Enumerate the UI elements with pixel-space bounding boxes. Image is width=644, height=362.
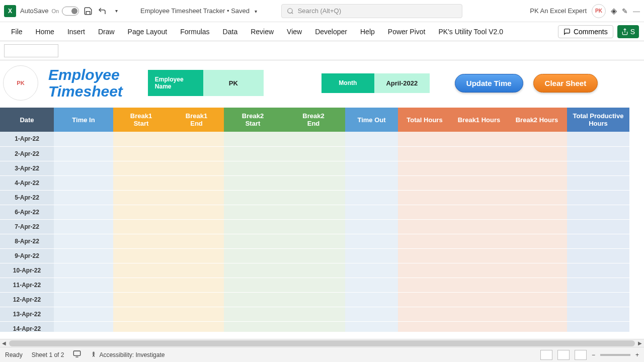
cell-timeout[interactable]	[345, 292, 398, 307]
cell-break2-start[interactable]	[224, 307, 282, 321]
document-title[interactable]: Employee Timesheet Tracker • Saved ▾	[140, 7, 257, 15]
cell-timein[interactable]	[54, 307, 113, 321]
cell-break1-start[interactable]	[113, 132, 169, 146]
update-time-button[interactable]: Update Time	[455, 74, 523, 93]
cell-total-hours[interactable]	[398, 190, 451, 205]
cell-break1-start[interactable]	[113, 146, 169, 161]
cell-timeout[interactable]	[345, 263, 398, 278]
cell-timein[interactable]	[54, 292, 113, 307]
cell-break2-end[interactable]	[282, 321, 345, 332]
tab-formulas[interactable]: Formulas	[174, 24, 215, 40]
cell-break2-start[interactable]	[224, 132, 282, 146]
cell-break1-start[interactable]	[113, 175, 169, 190]
cell-date[interactable]: 6-Apr-22	[0, 205, 54, 219]
cell-break1-end[interactable]	[169, 146, 224, 161]
cell-break2-hours[interactable]	[507, 161, 567, 175]
cell-timeout[interactable]	[345, 132, 398, 146]
cell-break1-start[interactable]	[113, 278, 169, 292]
comments-button[interactable]: Comments	[558, 25, 613, 38]
cell-timeout[interactable]	[345, 307, 398, 321]
cell-timein[interactable]	[54, 234, 113, 248]
cell-break2-start[interactable]	[224, 321, 282, 332]
cell-productive-hours[interactable]	[567, 175, 629, 190]
cell-timein[interactable]	[54, 219, 113, 234]
scroll-right-icon[interactable]: ▶	[636, 339, 644, 347]
cell-productive-hours[interactable]	[567, 307, 629, 321]
month-value[interactable]: April-2022	[374, 73, 430, 93]
cell-total-hours[interactable]	[398, 175, 451, 190]
cell-productive-hours[interactable]	[567, 132, 629, 146]
cell-break2-start[interactable]	[224, 263, 282, 278]
tab-data[interactable]: Data	[217, 24, 244, 40]
cell-date[interactable]: 4-Apr-22	[0, 175, 54, 190]
cell-break1-end[interactable]	[169, 263, 224, 278]
cell-break2-hours[interactable]	[507, 278, 567, 292]
cell-break2-end[interactable]	[282, 292, 345, 307]
cell-break1-hours[interactable]	[451, 175, 507, 190]
cell-total-hours[interactable]	[398, 248, 451, 263]
cell-break1-start[interactable]	[113, 219, 169, 234]
cell-total-hours[interactable]	[398, 321, 451, 332]
cell-break1-start[interactable]	[113, 161, 169, 175]
cell-break1-hours[interactable]	[451, 278, 507, 292]
chevron-down-icon[interactable]: ▾	[111, 6, 121, 16]
cell-break1-end[interactable]	[169, 219, 224, 234]
cell-break1-hours[interactable]	[451, 161, 507, 175]
cell-break2-start[interactable]	[224, 234, 282, 248]
cell-timein[interactable]	[54, 161, 113, 175]
cell-timein[interactable]	[54, 278, 113, 292]
clear-sheet-button[interactable]: Clear Sheet	[533, 74, 598, 93]
cell-break2-end[interactable]	[282, 263, 345, 278]
display-settings-icon[interactable]	[73, 350, 81, 359]
cell-total-hours[interactable]	[398, 263, 451, 278]
cell-break2-start[interactable]	[224, 248, 282, 263]
cell-break1-hours[interactable]	[451, 321, 507, 332]
cell-timeout[interactable]	[345, 248, 398, 263]
cell-break2-end[interactable]	[282, 219, 345, 234]
tab-pk-utility[interactable]: PK's Utility Tool V2.0	[433, 24, 509, 40]
horizontal-scrollbar[interactable]: ◀ ▶	[0, 339, 644, 347]
cell-break1-end[interactable]	[169, 190, 224, 205]
undo-icon[interactable]	[97, 6, 107, 16]
cell-break1-hours[interactable]	[451, 132, 507, 146]
cell-timein[interactable]	[54, 146, 113, 161]
cell-break1-end[interactable]	[169, 205, 224, 219]
cell-productive-hours[interactable]	[567, 146, 629, 161]
page-break-view-button[interactable]	[575, 350, 587, 360]
cell-break2-start[interactable]	[224, 161, 282, 175]
cell-break2-end[interactable]	[282, 205, 345, 219]
cell-break1-hours[interactable]	[451, 292, 507, 307]
cell-break2-hours[interactable]	[507, 292, 567, 307]
cell-total-hours[interactable]	[398, 205, 451, 219]
tab-review[interactable]: Review	[245, 24, 280, 40]
cell-break1-hours[interactable]	[451, 307, 507, 321]
cell-break2-end[interactable]	[282, 278, 345, 292]
save-icon[interactable]	[83, 6, 93, 16]
cell-date[interactable]: 3-Apr-22	[0, 161, 54, 175]
cell-break1-end[interactable]	[169, 161, 224, 175]
tab-view[interactable]: View	[281, 24, 308, 40]
tab-file[interactable]: File	[5, 24, 29, 40]
cell-break2-hours[interactable]	[507, 248, 567, 263]
cell-break2-start[interactable]	[224, 278, 282, 292]
scrollbar-track[interactable]	[9, 340, 635, 346]
cell-break2-end[interactable]	[282, 248, 345, 263]
cell-total-hours[interactable]	[398, 278, 451, 292]
cell-break2-start[interactable]	[224, 175, 282, 190]
cell-break1-start[interactable]	[113, 263, 169, 278]
cell-timeout[interactable]	[345, 321, 398, 332]
cell-productive-hours[interactable]	[567, 263, 629, 278]
cell-break2-hours[interactable]	[507, 263, 567, 278]
cell-break1-end[interactable]	[169, 321, 224, 332]
cell-break1-hours[interactable]	[451, 219, 507, 234]
zoom-slider[interactable]	[600, 354, 630, 356]
cell-break1-hours[interactable]	[451, 234, 507, 248]
tab-home[interactable]: Home	[30, 24, 60, 40]
cell-total-hours[interactable]	[398, 161, 451, 175]
cell-timein[interactable]	[54, 263, 113, 278]
accessibility-status[interactable]: Accessibility: Investigate	[90, 351, 165, 358]
zoom-in-icon[interactable]: +	[635, 351, 639, 358]
cell-break2-end[interactable]	[282, 190, 345, 205]
tab-help[interactable]: Help	[354, 24, 381, 40]
cell-timein[interactable]	[54, 321, 113, 332]
